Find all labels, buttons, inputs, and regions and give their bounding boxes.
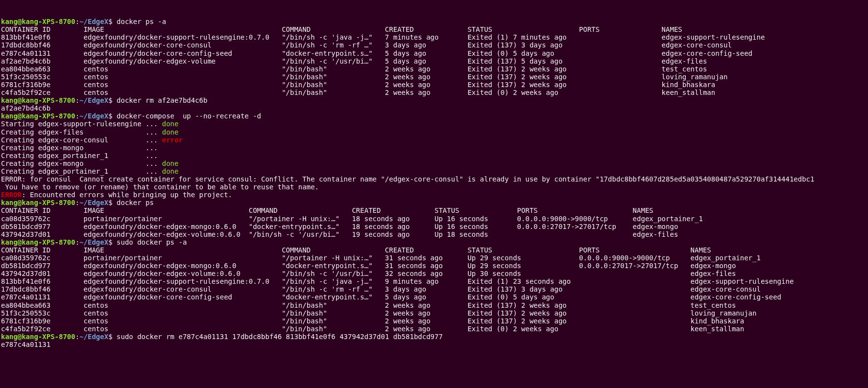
prompt-colon: : bbox=[75, 199, 79, 206]
table-row: af2ae7bd4c6b edgexfoundry/docker-edgex-v… bbox=[1, 57, 867, 65]
prompt-colon: : bbox=[75, 112, 79, 120]
prompt-path: ~/EdgeX bbox=[79, 199, 108, 206]
table-row: 17dbdc8bbf46 edgexfoundry/docker-core-co… bbox=[1, 41, 867, 49]
table-header: CONTAINER ID IMAGE COMMAND CREATED STATU… bbox=[1, 246, 867, 254]
prompt-line[interactable]: kang@kang-XPS-8700:~/EdgeX$ sudo docker … bbox=[1, 238, 867, 246]
table-row: 813bbf41e0f6 edgexfoundry/docker-support… bbox=[1, 277, 867, 285]
compose-status: done bbox=[162, 128, 179, 136]
table-row: 437942d37d01 edgexfoundry/docker-edgex-v… bbox=[1, 270, 867, 277]
command-text: sudo docker rm e787c4a01131 17dbdc8bbf46… bbox=[117, 333, 443, 341]
prompt-path: ~/EdgeX bbox=[79, 96, 108, 104]
prompt-colon: : bbox=[75, 238, 79, 246]
prompt-symbol: $ bbox=[108, 333, 117, 341]
prompt-user: kang@kang-XPS-8700 bbox=[1, 96, 75, 104]
table-row: 6781cf316b9e centos "/bin/bash" 2 weeks … bbox=[1, 81, 867, 89]
table-row: c4fa5b2f92ce centos "/bin/bash" 2 weeks … bbox=[1, 89, 867, 96]
prompt-path: ~/EdgeX bbox=[79, 333, 108, 341]
compose-status: error bbox=[162, 136, 183, 144]
command-text: docker-compose up --no-recreate -d bbox=[117, 112, 261, 120]
prompt-symbol: $ bbox=[108, 199, 117, 206]
table-row: db581bdcd977 edgexfoundry/docker-edgex-m… bbox=[1, 262, 867, 270]
table-row: e787c4a01131 edgexfoundry/docker-core-co… bbox=[1, 49, 867, 57]
table-row: 17dbdc8bbf46 edgexfoundry/docker-core-co… bbox=[1, 285, 867, 293]
prompt-symbol: $ bbox=[108, 238, 117, 246]
command-text: sudo docker ps -a bbox=[117, 238, 187, 246]
prompt-line[interactable]: kang@kang-XPS-8700:~/EdgeX$ docker ps -a bbox=[1, 18, 867, 25]
error-label: ERROR bbox=[1, 191, 22, 199]
prompt-user: kang@kang-XPS-8700 bbox=[1, 18, 75, 25]
table-row: e787c4a01131 edgexfoundry/docker-core-co… bbox=[1, 293, 867, 301]
prompt-symbol: $ bbox=[108, 112, 117, 120]
table-row: 51f3c250553c centos "/bin/bash" 2 weeks … bbox=[1, 309, 867, 317]
prompt-path: ~/EdgeX bbox=[79, 112, 108, 120]
prompt-path: ~/EdgeX bbox=[79, 18, 108, 25]
prompt-colon: : bbox=[75, 18, 79, 25]
command-text: docker rm af2ae7bd4c6b bbox=[117, 96, 207, 104]
prompt-user: kang@kang-XPS-8700 bbox=[1, 112, 75, 120]
prompt-user: kang@kang-XPS-8700 bbox=[1, 199, 75, 206]
rm-output: af2ae7bd4c6b bbox=[1, 104, 867, 112]
compose-error-text: You have to remove (or rename) that cont… bbox=[1, 183, 867, 191]
table-row: 813bbf41e0f6 edgexfoundry/docker-support… bbox=[1, 33, 867, 41]
table-header: CONTAINER ID IMAGE COMMAND CREATED STATU… bbox=[1, 25, 867, 33]
prompt-line[interactable]: kang@kang-XPS-8700:~/EdgeX$ docker rm af… bbox=[1, 96, 867, 104]
table-row: ca08d359762c portainer/portainer "/porta… bbox=[1, 254, 867, 262]
table-row: 437942d37d01 edgexfoundry/docker-edgex-v… bbox=[1, 230, 867, 238]
table-row: 51f3c250553c centos "/bin/bash" 2 weeks … bbox=[1, 73, 867, 81]
compose-line: Creating edgex-core-consul ... error bbox=[1, 136, 867, 144]
prompt-colon: : bbox=[75, 333, 79, 341]
table-row: ea804bbea663 centos "/bin/bash" 2 weeks … bbox=[1, 65, 867, 73]
prompt-user: kang@kang-XPS-8700 bbox=[1, 238, 75, 246]
command-text: docker ps bbox=[117, 199, 154, 206]
table-row: c4fa5b2f92ce centos "/bin/bash" 2 weeks … bbox=[1, 325, 867, 333]
compose-error-text: ERROR: for consul Cannot create containe… bbox=[1, 175, 867, 183]
prompt-path: ~/EdgeX bbox=[79, 238, 108, 246]
prompt-line[interactable]: kang@kang-XPS-8700:~/EdgeX$ sudo docker … bbox=[1, 333, 867, 341]
compose-line: Creating edgex_portainer_1 ... done bbox=[1, 167, 867, 175]
compose-error-summary: ERROR: Encountered errors while bringing… bbox=[1, 191, 867, 199]
table-row: ca08d359762c portainer/portainer "/porta… bbox=[1, 215, 867, 223]
compose-line: Creating edgex-mongo ... done bbox=[1, 160, 867, 167]
table-row: ea804bbea663 centos "/bin/bash" 2 weeks … bbox=[1, 301, 867, 309]
table-row: db581bdcd977 edgexfoundry/docker-edgex-m… bbox=[1, 223, 867, 230]
compose-status: done bbox=[162, 160, 179, 167]
prompt-line[interactable]: kang@kang-XPS-8700:~/EdgeX$ docker-compo… bbox=[1, 112, 867, 120]
prompt-symbol: $ bbox=[108, 96, 117, 104]
compose-status: done bbox=[162, 167, 179, 175]
prompt-symbol: $ bbox=[108, 18, 117, 25]
compose-status: done bbox=[162, 120, 179, 128]
table-row: 6781cf316b9e centos "/bin/bash" 2 weeks … bbox=[1, 317, 867, 325]
prompt-user: kang@kang-XPS-8700 bbox=[1, 333, 75, 341]
compose-line: Creating edgex-mongo ... bbox=[1, 144, 867, 152]
prompt-colon: : bbox=[75, 96, 79, 104]
command-text: docker ps -a bbox=[117, 18, 166, 25]
compose-line: Starting edgex-support-rulesengine ... d… bbox=[1, 120, 867, 128]
compose-line: Creating edgex-files ... done bbox=[1, 128, 867, 136]
compose-line: Creating edgex_portainer_1 ... bbox=[1, 152, 867, 160]
table-header: CONTAINER ID IMAGE COMMAND CREATED STATU… bbox=[1, 206, 867, 214]
prompt-line[interactable]: kang@kang-XPS-8700:~/EdgeX$ docker ps bbox=[1, 199, 867, 206]
terminal: kang@kang-XPS-8700:~/EdgeX$ docker ps -a… bbox=[0, 16, 868, 350]
rm-output: e787c4a01131 bbox=[1, 341, 867, 348]
